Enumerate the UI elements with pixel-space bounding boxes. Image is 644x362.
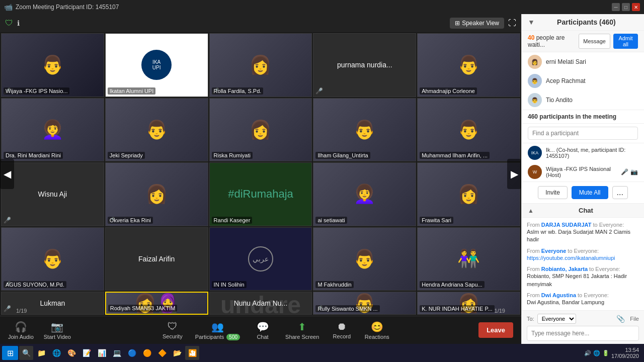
chat-message-4: From Dwi Agustina to Everyone: Dwi Agust… xyxy=(527,292,639,306)
taskbar-app-2[interactable]: 📁 xyxy=(34,346,48,360)
zoom-shield-icon: 🛡 xyxy=(5,19,13,28)
leave-button[interactable]: Leave xyxy=(478,322,513,338)
join-audio-button[interactable]: 🎧 Join Audio xyxy=(8,321,34,340)
mute-all-button[interactable]: Mute All xyxy=(572,186,608,199)
speaker-view-button[interactable]: ⊞ Speaker View xyxy=(450,18,504,29)
taskbar-app-10[interactable]: 🔶 xyxy=(155,346,169,360)
more-button[interactable]: ... xyxy=(612,186,628,199)
video-cell-1[interactable]: 👨 🎤 Wijaya -FKG IPS Nasio... xyxy=(1,33,104,97)
find-participant-input[interactable] xyxy=(528,127,638,140)
video-cell-23[interactable]: Nunu Adam Nu... xyxy=(209,292,312,315)
video-cell-7[interactable]: 👨 Jeki Sepriady xyxy=(105,98,208,162)
waiting-bar: 40 people are waiti... Message Admit all xyxy=(522,31,644,52)
cell-name-7: Jeki Sepriady xyxy=(108,152,145,159)
tray-icon-1: 🔊 xyxy=(584,350,591,356)
chat-message-3: From Robianto, Jakarta to Everyone: Robi… xyxy=(527,266,639,288)
taskbar-app-5[interactable]: 📝 xyxy=(79,346,94,360)
chat-msg-body-2[interactable]: https://youtube.com/ikatanalumniupi xyxy=(527,254,639,262)
participants-button[interactable]: 👥 Participants 500 xyxy=(195,321,240,340)
panel-collapse-button[interactable]: ▼ xyxy=(528,18,535,26)
video-cell-20[interactable]: 👫 Hendra Andriana Sapu... xyxy=(417,227,520,291)
chat-header: ▲ Chat xyxy=(522,204,644,218)
waiting-text: 40 people are waiti... xyxy=(528,34,579,48)
video-cell-3[interactable]: 👩 🎤 Rolla Fardila, S.Pd. xyxy=(209,33,312,97)
host-controls[interactable]: 🎤 📷 xyxy=(621,168,638,175)
chat-link-2[interactable]: https://youtube.com/ikatanalumniupi xyxy=(527,255,615,261)
taskbar-app-6[interactable]: 📊 xyxy=(95,346,109,360)
expand-button[interactable]: ⛶ xyxy=(508,19,516,28)
video-cell-4[interactable]: purnama nurdia... 🎤 xyxy=(313,33,416,97)
mute-icon-11: 🎤 xyxy=(4,217,11,224)
next-page-button[interactable]: ▶ xyxy=(507,159,521,189)
participant-name-3: Tio Andito xyxy=(546,97,638,104)
chat-collapse-button[interactable]: ▲ xyxy=(528,207,534,214)
video-cell-14[interactable]: 👩‍🦱 ai setiawati xyxy=(313,162,416,226)
record-button[interactable]: ⏺ Record xyxy=(329,321,354,339)
share-screen-button[interactable]: ⬆ Share Screen xyxy=(285,321,319,340)
message-waiting-button[interactable]: Message xyxy=(579,34,610,49)
cell-name-25: K. NUR INDAH HAYATIE P... xyxy=(420,305,494,312)
video-cell-18[interactable]: عربي IN IN Solihin xyxy=(209,227,312,291)
video-cell-5[interactable]: 👨 Ahmadnajip Corleone xyxy=(417,33,520,97)
chat-file-button[interactable]: 📎 xyxy=(616,315,625,323)
video-cell-9[interactable]: 👨 Ilham Gilang_Untirta xyxy=(313,98,416,162)
reactions-button[interactable]: 😊 Reactions xyxy=(364,321,389,340)
cohost-name: Ik... (Co-host, me, participant ID: 1455… xyxy=(546,147,638,159)
titlebar: 📹 Zoom Meeting Participant ID: 1455107 ─… xyxy=(0,0,644,14)
start-video-button[interactable]: 📷 Start Video xyxy=(44,321,71,340)
tray-icon-2: 🌐 xyxy=(593,350,600,356)
video-cell-15[interactable]: 👩 Frawita Sari xyxy=(417,162,520,226)
maximize-button[interactable]: □ xyxy=(622,3,630,11)
cell-name-16: AGUS SUYONO, M.Pd. xyxy=(4,281,66,288)
record-label: Record xyxy=(333,333,351,339)
taskbar-app-7[interactable]: 💻 xyxy=(110,346,124,360)
chat-input[interactable] xyxy=(527,326,639,341)
prev-page-button[interactable]: ◀ xyxy=(0,159,14,189)
current-date: 17/09/2020 xyxy=(611,353,639,359)
record-icon: ⏺ xyxy=(337,321,347,332)
taskbar-app-11[interactable]: 📂 xyxy=(170,346,184,360)
chat-msg-body-1: Aslm wr wb. Darja Sudarjat MAN 2 Ciamis … xyxy=(527,228,639,244)
video-cell-8[interactable]: 👩 Riska Rumiyati xyxy=(209,98,312,162)
participant-item-2[interactable]: 👨 Acep Rachmat xyxy=(522,71,644,90)
close-button[interactable]: ✕ xyxy=(632,3,640,11)
titlebar-controls[interactable]: ─ □ ✕ xyxy=(612,3,640,11)
host-video-btn[interactable]: 📷 xyxy=(630,168,638,175)
chat-button[interactable]: 💬 Chat xyxy=(250,321,275,340)
chat-sender-2: Everyone xyxy=(541,248,567,254)
chat-sender-1: DARJA SUDARJAT xyxy=(541,222,592,228)
cohost-item[interactable]: IKA Ik... (Co-host, me, participant ID: … xyxy=(522,143,644,162)
taskbar-app-8[interactable]: 🔵 xyxy=(125,346,139,360)
video-cell-24[interactable]: 👨 🎤 Rully Siswanto SMKN ... xyxy=(313,292,416,315)
video-cell-17[interactable]: Faizal Arifin xyxy=(105,227,208,291)
chat-file-label: File xyxy=(630,316,639,322)
start-button[interactable]: ⊞ xyxy=(2,346,18,360)
video-feed-1: 👨 xyxy=(2,34,104,97)
video-cell-13[interactable]: #diRumahaja Randi Kaseger xyxy=(209,162,312,226)
video-cell-16[interactable]: 👨 🎤 AGUS SUYONO, M.Pd. xyxy=(1,227,104,291)
video-cell-6[interactable]: 👩‍🦱 Dra. Rini Mardiani Rini xyxy=(1,98,104,162)
host-item[interactable]: W Wijaya -FKG IPS Nasional (Host) 🎤 📷 xyxy=(522,162,644,182)
participant-item-1[interactable]: 👩 erni Melati Sari xyxy=(522,52,644,71)
taskbar-app-4[interactable]: 🎨 xyxy=(64,346,78,360)
chat-msg-header-3: From Robianto, Jakarta to Everyone: xyxy=(527,266,639,272)
video-cell-11[interactable]: Wisnu Aji 🎤 xyxy=(1,162,104,226)
video-cell-19[interactable]: 👨 M Fakhruddin xyxy=(313,227,416,291)
participant-item-3[interactable]: 👨 Tio Andito xyxy=(522,90,644,110)
security-button[interactable]: 🛡 Security xyxy=(160,321,185,339)
video-cell-10[interactable]: 👨 Muhammad Ilham Arifin, ... xyxy=(417,98,520,162)
taskbar-app-9[interactable]: 🟠 xyxy=(140,346,154,360)
video-cell-2[interactable]: IKAUPI Ikatan Alumni UPI xyxy=(105,33,208,97)
admit-all-button[interactable]: Admit all xyxy=(613,34,638,49)
video-cell-22[interactable]: 👩‍🧕 Rodiyah SMAN53 JAKTIM xyxy=(105,292,208,315)
chat-to-select[interactable]: Everyone xyxy=(537,314,576,324)
cell-name-24: Rully Siswanto SMKN ... xyxy=(315,305,379,312)
taskbar-app-1[interactable]: 🔍 xyxy=(19,346,33,360)
invite-button[interactable]: Invite xyxy=(538,186,568,199)
host-mute-btn[interactable]: 🎤 xyxy=(621,168,628,175)
chat-to-1: Everyone: xyxy=(599,222,624,228)
minimize-button[interactable]: ─ xyxy=(612,3,620,11)
taskbar-app-3[interactable]: 🌐 xyxy=(49,346,63,360)
taskbar-app-12[interactable]: 🎦 xyxy=(185,346,199,360)
video-cell-12[interactable]: 👩 🎤 Okveria Eka Rini xyxy=(105,162,208,226)
